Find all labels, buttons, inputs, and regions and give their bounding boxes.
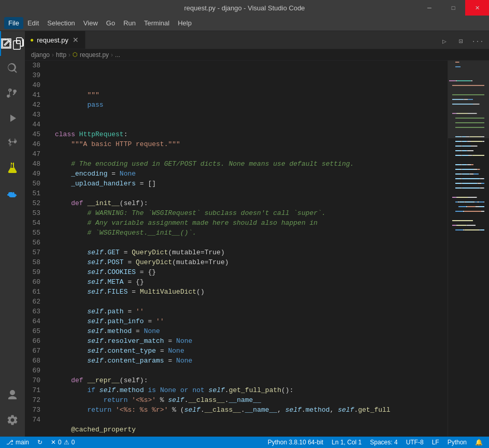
line-number: 66 xyxy=(25,336,45,346)
breadcrumb-django[interactable]: django xyxy=(31,51,50,59)
line-number: 56 xyxy=(25,238,45,248)
git-branch-icon: ⎇ xyxy=(6,439,13,446)
line-number: 47 xyxy=(25,149,45,159)
run-button[interactable]: ▷ xyxy=(437,34,452,49)
code-line xyxy=(55,366,448,375)
tab-bar: ● request.py ✕ ▷ ⊡ ··· xyxy=(25,31,489,49)
bell-icon: 🔔 xyxy=(475,439,483,446)
activity-explorer[interactable] xyxy=(0,31,25,56)
code-line: """A basic HTTP request.""" xyxy=(55,139,448,149)
code-line: # WARNING: The `WSGIRequest` subclass do… xyxy=(55,208,448,218)
breadcrumb-file-icon: ⬡ xyxy=(73,51,78,58)
activity-docker[interactable] xyxy=(0,182,25,207)
code-line: self.resolver_match = None xyxy=(55,336,448,346)
split-editor-button[interactable]: ⊡ xyxy=(454,34,468,49)
error-icon: ✕ xyxy=(51,439,56,446)
code-line: def headers(self): xyxy=(55,435,448,437)
tab-list: ● request.py ✕ xyxy=(25,31,85,49)
warning-icon: ⚠ xyxy=(64,439,69,446)
line-number: 70 xyxy=(25,375,45,385)
more-actions-button[interactable]: ··· xyxy=(470,34,485,49)
language-label: Python xyxy=(448,439,467,446)
svg-rect-0 xyxy=(2,39,6,40)
breadcrumb: django › http › ⬡ request.py › ... xyxy=(25,49,489,61)
sync-icon: ↻ xyxy=(37,439,42,446)
status-language[interactable]: Python xyxy=(445,439,469,446)
window-title: request.py - django - Visual Studio Code xyxy=(184,4,305,12)
activity-testing[interactable] xyxy=(0,155,25,180)
error-count: 0 xyxy=(58,439,62,446)
code-line: self.GET = QueryDict(mutable=True) xyxy=(55,248,448,257)
code-line: return '<%s: %s %r>' % (self.__class__._… xyxy=(55,405,448,415)
line-number: 50 xyxy=(25,179,45,189)
minimap-viewport xyxy=(448,61,489,138)
menu-terminal[interactable]: Terminal xyxy=(140,17,174,29)
line-number: 51 xyxy=(25,189,45,198)
menu-selection[interactable]: Selection xyxy=(43,17,79,29)
line-number: 49 xyxy=(25,169,45,179)
tab-close-button[interactable]: ✕ xyxy=(71,36,80,44)
code-line xyxy=(55,110,448,120)
activity-source-control[interactable] xyxy=(0,81,25,106)
line-number: 74 xyxy=(25,415,45,425)
activity-run[interactable] xyxy=(0,106,25,131)
line-number: 55 xyxy=(25,228,45,238)
code-line: # Any variable assignment made here shou… xyxy=(55,218,448,228)
code-line: def __init__(self): xyxy=(55,198,448,208)
status-left: ⎇ main ↻ ✕ 0 ⚠ 0 xyxy=(4,439,77,446)
status-notifications[interactable]: 🔔 xyxy=(473,439,485,446)
status-line-ending[interactable]: LF xyxy=(430,439,441,446)
warning-count: 0 xyxy=(71,439,75,446)
status-python[interactable]: Python 3.8.10 64-bit xyxy=(266,439,325,446)
line-number: 43 xyxy=(25,110,45,120)
status-encoding[interactable]: UTF-8 xyxy=(404,439,426,446)
line-number: 57 xyxy=(25,248,45,257)
line-number: 44 xyxy=(25,120,45,129)
status-sync[interactable]: ↻ xyxy=(35,439,45,446)
status-errors[interactable]: ✕ 0 ⚠ 0 xyxy=(49,439,77,446)
status-bar: ⎇ main ↻ ✕ 0 ⚠ 0 Python 3.8.10 64-bit Ln… xyxy=(0,437,489,448)
activity-settings[interactable] xyxy=(0,408,25,432)
line-col: Ln 1, Col 1 xyxy=(332,439,362,446)
code-line: def __repr__(self): xyxy=(55,375,448,385)
tab-request-py[interactable]: ● request.py ✕ xyxy=(25,31,85,49)
activity-account[interactable] xyxy=(0,383,25,408)
minimize-button[interactable]: ─ xyxy=(418,0,441,16)
activity-extensions[interactable] xyxy=(0,131,25,155)
minimap[interactable] xyxy=(448,61,489,437)
line-number: 45 xyxy=(25,129,45,139)
line-number: 46 xyxy=(25,139,45,149)
status-branch[interactable]: ⎇ main xyxy=(4,439,31,446)
line-number: 61 xyxy=(25,287,45,297)
breadcrumb-http[interactable]: http xyxy=(56,51,66,59)
encoding-label: UTF-8 xyxy=(406,439,424,446)
menu-help[interactable]: Help xyxy=(174,17,196,29)
activity-bottom xyxy=(0,383,25,437)
menu-edit[interactable]: Edit xyxy=(23,17,43,29)
code-line xyxy=(55,297,448,307)
close-button[interactable]: ✕ xyxy=(465,0,489,16)
main-layout: ● request.py ✕ ▷ ⊡ ··· django › http › ⬡… xyxy=(0,31,489,437)
line-number: 68 xyxy=(25,356,45,366)
code-line: self.FILES = MultiValueDict() xyxy=(55,287,448,297)
code-line: if self.method is None or not self.get_f… xyxy=(55,385,448,395)
breadcrumb-symbol[interactable]: ... xyxy=(115,51,120,59)
line-number: 39 xyxy=(25,70,45,80)
menu-file[interactable]: File xyxy=(4,17,23,29)
status-line-col[interactable]: Ln 1, Col 1 xyxy=(329,439,364,446)
breadcrumb-filename[interactable]: request.py xyxy=(80,51,109,59)
tab-actions: ▷ ⊡ ··· xyxy=(433,34,489,49)
line-ending-label: LF xyxy=(432,439,439,446)
title-bar: request.py - django - Visual Studio Code… xyxy=(0,0,489,16)
menu-go[interactable]: Go xyxy=(102,17,119,29)
maximize-button[interactable]: □ xyxy=(441,0,465,16)
code-line: self.method = None xyxy=(55,326,448,336)
activity-bar xyxy=(0,31,25,437)
status-spaces[interactable]: Spaces: 4 xyxy=(368,439,399,446)
menu-view[interactable]: View xyxy=(79,17,102,29)
code-content[interactable]: """ pass class HttpRequest: """A basic H… xyxy=(51,61,448,437)
line-number: 38 xyxy=(25,61,45,70)
activity-search[interactable] xyxy=(0,56,25,81)
menu-run[interactable]: Run xyxy=(119,17,140,29)
tab-filename: request.py xyxy=(37,36,68,44)
